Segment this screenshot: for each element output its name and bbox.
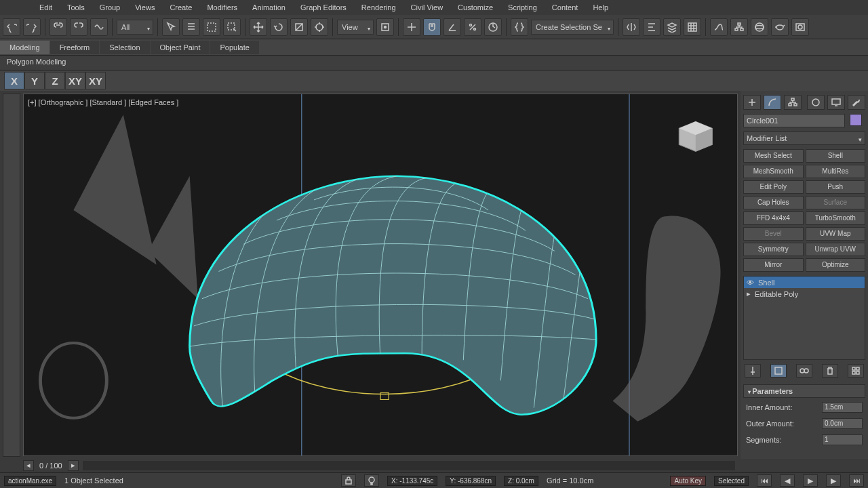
mod-push[interactable]: Push [806, 180, 866, 194]
ribbon-toggle-button[interactable] [684, 18, 701, 36]
scale-button[interactable] [290, 18, 308, 36]
placement-button[interactable] [311, 18, 328, 36]
mod-mirror[interactable]: Mirror [743, 258, 804, 272]
rollout-header[interactable]: Parameters [743, 384, 865, 398]
mirror-button[interactable] [623, 18, 640, 36]
render-setup-button[interactable] [771, 18, 789, 36]
axis-z[interactable]: Z [45, 72, 65, 89]
remove-modifier-button[interactable] [822, 364, 838, 378]
mod-meshselect[interactable]: Mesh Select [743, 149, 804, 163]
mod-surface[interactable]: Surface [806, 196, 866, 209]
lock-selection-button[interactable] [341, 474, 356, 487]
edit-selset-button[interactable] [511, 18, 528, 36]
keymode-combo[interactable]: Selected [714, 476, 749, 486]
pivot-button[interactable] [376, 18, 394, 36]
expand-icon[interactable]: ▸ [747, 289, 751, 298]
selection-filter-combo[interactable]: All [117, 20, 153, 35]
axis-y[interactable]: Y [24, 72, 45, 89]
mod-multires[interactable]: MultiRes [806, 165, 866, 178]
mod-shell[interactable]: Shell [806, 149, 866, 163]
move-button[interactable] [250, 18, 267, 36]
spinner-snap-button[interactable] [484, 18, 502, 36]
menu-modifiers[interactable]: Modifiers [200, 1, 244, 14]
schematic-button[interactable] [730, 18, 748, 36]
parameters-rollout[interactable]: Parameters Inner Amount: 1.5cm Outer Amo… [743, 384, 865, 447]
outer-amount-spinner[interactable]: 0.0cm [822, 418, 863, 429]
unlink-button[interactable] [70, 18, 87, 36]
coord-y[interactable]: Y: -636.868cn [446, 476, 496, 486]
next-frame-button[interactable]: ▶ [826, 474, 841, 487]
mod-turbosmooth[interactable]: TurboSmooth [806, 211, 866, 225]
menu-customize[interactable]: Customize [451, 1, 500, 14]
time-slider[interactable]: ◂ 0 / 100 ▸ [23, 459, 739, 472]
mod-unwrapuvw[interactable]: Unwrap UVW [806, 243, 866, 256]
coord-x[interactable]: X: -1133.745c [387, 476, 437, 486]
viewport-label[interactable]: [+] [Orthographic ] [Standard ] [Edged F… [28, 98, 178, 106]
modifier-list-combo[interactable]: Modifier List [743, 131, 865, 145]
menu-tools[interactable]: Tools [60, 1, 92, 14]
tab-objectpaint[interactable]: Object Paint [151, 41, 210, 54]
layer-button[interactable] [663, 18, 681, 36]
select-name-button[interactable] [182, 18, 200, 36]
stack-item-shell[interactable]: 👁 Shell [744, 277, 865, 288]
time-next[interactable]: ▸ [68, 460, 79, 471]
align-button[interactable] [643, 18, 660, 36]
menu-grapheditors[interactable]: Graph Editors [294, 1, 353, 14]
menu-help[interactable]: Help [586, 1, 615, 14]
snap-toggle-button[interactable] [423, 18, 441, 36]
menu-content[interactable]: Content [545, 1, 585, 14]
tab-populate[interactable]: Populate [210, 41, 258, 54]
object-name-input[interactable]: Circle001 [743, 114, 845, 127]
tab-freeform[interactable]: Freeform [50, 41, 100, 54]
select-object-button[interactable] [162, 18, 180, 36]
display-panel-button[interactable] [827, 95, 845, 110]
make-unique-button[interactable] [796, 364, 812, 378]
goto-end-button[interactable]: ⏭ [849, 474, 864, 487]
modifier-stack[interactable]: 👁 Shell ▸ Editable Poly [743, 276, 865, 360]
link-button[interactable] [50, 18, 67, 36]
isolate-button[interactable] [364, 474, 379, 487]
menu-edit[interactable]: Edit [33, 1, 59, 14]
refcoord-combo[interactable]: View [337, 20, 374, 35]
menu-animation[interactable]: Animation [245, 1, 292, 14]
menu-scripting[interactable]: Scripting [501, 1, 544, 14]
eye-icon[interactable]: 👁 [747, 279, 754, 287]
configure-sets-button[interactable] [848, 364, 864, 378]
time-prev[interactable]: ◂ [23, 460, 34, 471]
goto-start-button[interactable]: ⏮ [757, 474, 772, 487]
show-end-result-button[interactable] [770, 364, 787, 378]
object-color-swatch[interactable] [850, 114, 862, 126]
motion-panel-button[interactable] [807, 95, 825, 110]
script-listener[interactable]: actionMan.exe [4, 476, 56, 486]
axis-xy[interactable]: XY [65, 72, 85, 89]
window-crossing-button[interactable] [223, 18, 241, 36]
mod-optimize[interactable]: Optimize [806, 258, 866, 272]
menu-views[interactable]: Views [128, 1, 161, 14]
rotate-button[interactable] [270, 18, 288, 36]
mod-editpoly[interactable]: Edit Poly [743, 180, 804, 194]
mod-uvwmap[interactable]: UVW Map [806, 227, 866, 241]
axis-xy2[interactable]: XY [85, 72, 106, 89]
angle-snap-button[interactable] [443, 18, 461, 36]
tab-modeling[interactable]: Modeling [0, 41, 50, 54]
named-selset-combo[interactable]: Create Selection Se [531, 20, 614, 35]
axis-x[interactable]: X [4, 72, 24, 89]
bind-button[interactable] [90, 18, 108, 36]
coord-z[interactable]: Z: 0.0cm [504, 476, 538, 486]
mod-meshsmooth[interactable]: MeshSmooth [743, 165, 804, 178]
material-editor-button[interactable] [751, 18, 768, 36]
pin-stack-button[interactable] [745, 364, 761, 378]
mod-ffd[interactable]: FFD 4x4x4 [743, 211, 804, 225]
menu-civilview[interactable]: Civil View [404, 1, 450, 14]
time-track[interactable] [83, 461, 735, 470]
play-button[interactable]: ▶ [803, 474, 818, 487]
menu-rendering[interactable]: Rendering [355, 1, 403, 14]
prev-frame-button[interactable]: ◀ [780, 474, 795, 487]
autokey-toggle[interactable]: Auto Key [670, 476, 706, 486]
mod-capholes[interactable]: Cap Holes [743, 196, 804, 209]
render-button[interactable] [791, 18, 809, 36]
redo-button[interactable] [23, 18, 41, 36]
undo-button[interactable] [3, 18, 20, 36]
create-panel-button[interactable] [743, 95, 761, 110]
viewport[interactable]: [+] [Orthographic ] [Standard ] [Edged F… [23, 94, 738, 456]
